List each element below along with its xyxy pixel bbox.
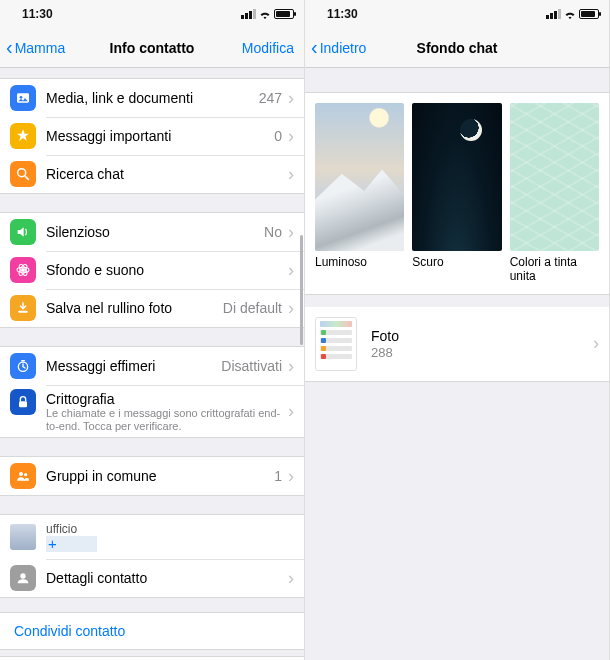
status-indicators bbox=[546, 9, 599, 19]
svg-rect-11 bbox=[19, 401, 27, 407]
back-button[interactable]: ‹ Mamma bbox=[6, 39, 65, 57]
wifi-icon bbox=[259, 10, 271, 19]
back-label: Indietro bbox=[320, 40, 367, 56]
row-photos[interactable]: Foto 288 › bbox=[305, 307, 609, 382]
photos-count: 288 bbox=[371, 345, 593, 360]
wallpaper-thumb-light bbox=[315, 103, 404, 251]
section-settings: Silenzioso No › Sfondo e suono › Salva n… bbox=[0, 212, 304, 328]
share-contact-button[interactable]: Condividi contatto bbox=[0, 612, 304, 650]
row-subtitle: Le chiamate e i messaggi sono crittograf… bbox=[46, 407, 286, 433]
chevron-left-icon: ‹ bbox=[6, 37, 13, 57]
cellular-icon bbox=[546, 9, 561, 19]
row-label: Ricerca chat bbox=[46, 166, 286, 182]
svg-point-13 bbox=[24, 473, 27, 476]
back-label: Mamma bbox=[15, 40, 66, 56]
download-icon bbox=[10, 295, 36, 321]
svg-rect-8 bbox=[18, 311, 27, 313]
timer-icon bbox=[10, 353, 36, 379]
chevron-right-icon: › bbox=[288, 222, 294, 243]
wallpaper-caption: Luminoso bbox=[315, 255, 404, 283]
nav-bar: ‹ Indietro Sfondo chat bbox=[305, 28, 609, 68]
chevron-right-icon: › bbox=[288, 88, 294, 109]
section-groups: Gruppi in comune 1 › bbox=[0, 456, 304, 496]
add-field-icon: + bbox=[48, 535, 57, 552]
search-icon bbox=[10, 161, 36, 187]
row-save-camera-roll[interactable]: Salva nel rullino foto Di default › bbox=[0, 289, 304, 327]
photos-thumb bbox=[315, 317, 357, 371]
section-contact-card: ufficio + Dettagli contatto › bbox=[0, 514, 304, 598]
status-bar: 11:30 bbox=[305, 0, 609, 28]
row-label: Crittografia bbox=[46, 391, 286, 407]
row-value: Di default bbox=[223, 300, 282, 316]
section-media: Media, link e documenti 247 › Messaggi i… bbox=[0, 78, 304, 194]
row-label: Media, link e documenti bbox=[46, 90, 259, 106]
row-wallpaper-sound[interactable]: Sfondo e suono › bbox=[0, 251, 304, 289]
wallpaper-dark[interactable]: Scuro bbox=[412, 103, 501, 284]
svg-line-3 bbox=[25, 176, 28, 179]
row-value: No bbox=[264, 224, 282, 240]
wallpaper-light[interactable]: Luminoso bbox=[315, 103, 404, 284]
battery-icon bbox=[579, 9, 599, 19]
row-label: Dettagli contatto bbox=[46, 570, 286, 586]
back-button[interactable]: ‹ Indietro bbox=[311, 39, 366, 57]
svg-point-4 bbox=[21, 268, 25, 272]
contact-avatar bbox=[10, 524, 36, 550]
person-icon bbox=[10, 565, 36, 591]
row-contact-card[interactable]: ufficio + bbox=[0, 515, 304, 559]
wallpaper-caption: Scuro bbox=[412, 255, 501, 283]
star-icon bbox=[10, 123, 36, 149]
row-value: Disattivati bbox=[221, 358, 282, 374]
row-starred[interactable]: Messaggi importanti 0 › bbox=[0, 117, 304, 155]
row-label: Silenzioso bbox=[46, 224, 264, 240]
people-icon bbox=[10, 463, 36, 489]
battery-icon bbox=[274, 9, 294, 19]
chevron-right-icon: › bbox=[288, 260, 294, 281]
status-time: 11:30 bbox=[327, 7, 358, 21]
wallpaper-thumb-dark bbox=[412, 103, 501, 251]
row-value: 0 bbox=[274, 128, 282, 144]
row-disappearing[interactable]: Messaggi effimeri Disattivati › bbox=[0, 347, 304, 385]
chevron-left-icon: ‹ bbox=[311, 37, 318, 57]
wallpaper-solid[interactable]: Colori a tinta unita bbox=[510, 103, 599, 284]
edit-button[interactable]: Modifica bbox=[242, 40, 294, 56]
cellular-icon bbox=[241, 9, 256, 19]
export-chat-button[interactable]: Esporta chat bbox=[0, 656, 304, 660]
photos-icon bbox=[10, 85, 36, 111]
row-label: Sfondo e suono bbox=[46, 262, 286, 278]
status-bar: 11:30 bbox=[0, 0, 304, 28]
lock-icon bbox=[10, 389, 36, 415]
chevron-right-icon: › bbox=[288, 401, 294, 422]
contact-info-screen: 11:30 ‹ Mamma Info contatto Modifica Med… bbox=[0, 0, 305, 660]
row-media[interactable]: Media, link e documenti 247 › bbox=[0, 79, 304, 117]
chevron-right-icon: › bbox=[593, 333, 599, 354]
row-label: Messaggi effimeri bbox=[46, 358, 221, 374]
row-mute[interactable]: Silenzioso No › bbox=[0, 213, 304, 251]
status-time: 11:30 bbox=[22, 7, 53, 21]
row-label: Gruppi in comune bbox=[46, 468, 274, 484]
wallpaper-caption: Colori a tinta unita bbox=[510, 255, 599, 284]
row-label: Salva nel rullino foto bbox=[46, 300, 223, 316]
contact-name: ufficio bbox=[46, 522, 294, 536]
wallpaper-presets: Luminoso Scuro Colori a tinta unita bbox=[305, 92, 609, 295]
row-search-chat[interactable]: Ricerca chat › bbox=[0, 155, 304, 193]
row-encryption[interactable]: Crittografia Le chiamate e i messaggi so… bbox=[0, 385, 304, 437]
chevron-right-icon: › bbox=[288, 356, 294, 377]
status-indicators bbox=[241, 9, 294, 19]
chevron-right-icon: › bbox=[288, 568, 294, 589]
row-common-groups[interactable]: Gruppi in comune 1 › bbox=[0, 457, 304, 495]
svg-point-12 bbox=[19, 472, 23, 476]
chevron-right-icon: › bbox=[288, 298, 294, 319]
chevron-right-icon: › bbox=[288, 466, 294, 487]
row-contact-details[interactable]: Dettagli contatto › bbox=[0, 559, 304, 597]
svg-point-1 bbox=[20, 96, 23, 99]
svg-rect-10 bbox=[21, 360, 25, 361]
row-value: 1 bbox=[274, 468, 282, 484]
row-value: 247 bbox=[259, 90, 282, 106]
speaker-icon bbox=[10, 219, 36, 245]
section-privacy: Messaggi effimeri Disattivati › Crittogr… bbox=[0, 346, 304, 438]
wallpaper-thumb-solid bbox=[510, 103, 599, 251]
scrollbar[interactable] bbox=[300, 235, 303, 345]
chevron-right-icon: › bbox=[288, 126, 294, 147]
chevron-right-icon: › bbox=[288, 164, 294, 185]
photos-label: Foto bbox=[371, 328, 593, 344]
